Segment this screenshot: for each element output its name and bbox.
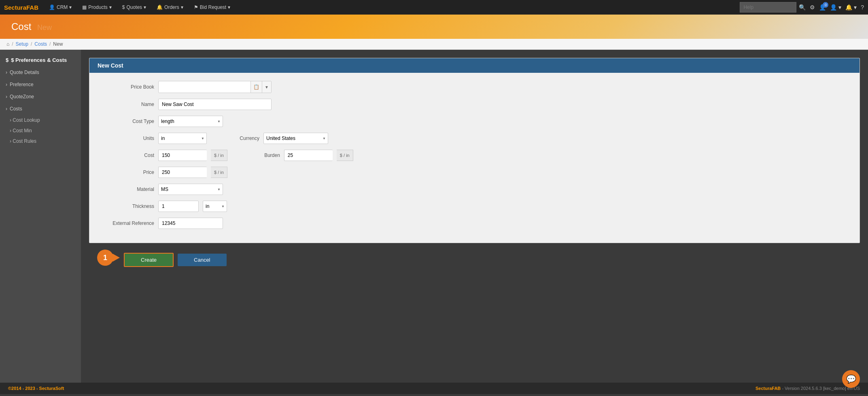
- breadcrumb-setup[interactable]: Setup: [16, 41, 28, 47]
- sidebar-item-preference[interactable]: › Preference: [0, 78, 81, 91]
- price-book-label: Price Book: [102, 84, 154, 90]
- nav-bid-request[interactable]: ⚑ Bid Request ▾: [190, 0, 234, 15]
- chevron-right-icon: ›: [6, 70, 7, 75]
- name-input[interactable]: [158, 99, 272, 110]
- header-banner: Cost New: [0, 15, 868, 39]
- nav-products[interactable]: ▦ Products ▾: [78, 0, 115, 15]
- sidebar-item-quotezone[interactable]: › QuoteZone: [0, 91, 81, 103]
- cost-type-select-wrap: length area weight flat: [158, 116, 223, 127]
- calendar-icon: 📋: [250, 81, 262, 93]
- user-menu-icon[interactable]: 👤 ▾: [830, 4, 841, 11]
- chevron-down-icon: ▾: [181, 4, 183, 10]
- footer-version: SecturaFAB - Version 2024.5.6.3 [kec_dem…: [756, 386, 860, 391]
- sidebar-item-cost-rules[interactable]: › Cost Rules: [0, 136, 81, 146]
- chevron-down-icon: ▾: [109, 4, 112, 10]
- breadcrumb: ⌂ / Setup / Costs / New: [0, 39, 868, 50]
- annotation-number: 1: [97, 250, 113, 266]
- chevron-right-icon: ›: [10, 138, 11, 144]
- form-card-body: Price Book 📋 ▼ Name Cost Type: [89, 73, 860, 243]
- chevron-right-icon: ›: [6, 106, 7, 112]
- chat-icon[interactable]: 💬: [842, 370, 860, 388]
- cost-type-label: Cost Type: [102, 119, 154, 124]
- search-icon[interactable]: 🔍: [799, 4, 806, 11]
- price-row: Price $ / in: [102, 167, 847, 178]
- currency-group: Currency United States Canada Mexico: [227, 133, 328, 144]
- dollar-sign-icon: $: [6, 57, 8, 63]
- external-reference-row: External Reference: [102, 218, 847, 229]
- name-label: Name: [102, 102, 154, 107]
- cost-type-select[interactable]: length area weight flat: [158, 116, 223, 127]
- external-reference-input[interactable]: [158, 218, 223, 229]
- units-currency-row: Units in ft mm cm Currency Un: [102, 133, 847, 144]
- price-book-row: Price Book 📋 ▼: [102, 81, 847, 93]
- content-area: New Cost Price Book 📋 ▼ Name: [81, 50, 868, 383]
- chevron-down-icon: ▾: [144, 4, 146, 10]
- chevron-right-icon: ›: [10, 117, 11, 123]
- cost-unit-label: $ / in: [211, 150, 227, 161]
- form-card: New Cost Price Book 📋 ▼ Name: [89, 58, 860, 243]
- flag-icon: ⚑: [194, 4, 198, 10]
- burden-label: Burden: [248, 152, 280, 158]
- sidebar-item-quote-details[interactable]: › Quote Details: [0, 66, 81, 78]
- burden-unit-label: $ / in: [337, 150, 353, 161]
- cost-type-row: Cost Type length area weight flat: [102, 116, 847, 127]
- name-row: Name: [102, 99, 847, 110]
- currency-select[interactable]: United States Canada Mexico: [263, 133, 328, 144]
- annotation-1: 1: [97, 250, 120, 266]
- button-row: 1 Create Cancel: [89, 250, 860, 270]
- top-nav: SecturaFAB 👤 CRM ▾ ▦ Products ▾ $ Quotes…: [0, 0, 868, 15]
- material-select[interactable]: MS SS AL Other: [158, 184, 223, 195]
- price-unit-label: $ / in: [211, 167, 227, 178]
- brand-logo: SecturaFAB: [4, 4, 38, 11]
- price-book-dropdown-arrow[interactable]: ▼: [262, 81, 271, 93]
- thickness-unit-select[interactable]: in mm: [203, 201, 227, 212]
- sidebar-item-cost-lookup[interactable]: › Cost Lookup: [0, 115, 81, 125]
- bell-icon: 🔔: [157, 4, 163, 10]
- notification-badge: 0: [823, 2, 828, 8]
- chevron-down-icon: ▾: [228, 4, 230, 10]
- home-icon[interactable]: ⌂: [6, 41, 9, 47]
- page-title: Cost New: [8, 21, 52, 32]
- units-select-wrap: in ft mm cm: [158, 133, 207, 144]
- nav-orders[interactable]: 🔔 Orders ▾: [153, 0, 187, 15]
- user-notifications-icon[interactable]: 👤 0: [819, 4, 826, 11]
- units-select[interactable]: in ft mm cm: [158, 133, 207, 144]
- bell-alert-icon[interactable]: 🔔 ▾: [845, 4, 857, 11]
- material-row: Material MS SS AL Other: [102, 184, 847, 195]
- sidebar-item-cost-min[interactable]: › Cost Min: [0, 125, 81, 136]
- thickness-label: Thickness: [102, 203, 154, 209]
- breadcrumb-costs[interactable]: Costs: [34, 41, 47, 47]
- price-book-text-input[interactable]: [159, 81, 250, 93]
- gear-icon[interactable]: ⚙: [810, 4, 815, 11]
- material-label: Material: [102, 186, 154, 192]
- footer: ©2014 - 2023 - SecturaSoft SecturaFAB - …: [0, 383, 868, 394]
- form-card-header: New Cost: [89, 58, 860, 73]
- chevron-right-icon: ›: [6, 82, 7, 87]
- nav-quotes[interactable]: $ Quotes ▾: [118, 0, 150, 15]
- help-search-input[interactable]: [740, 2, 796, 13]
- cost-input[interactable]: [158, 150, 207, 161]
- sidebar-item-costs[interactable]: › Costs: [0, 103, 81, 115]
- footer-copyright: ©2014 - 2023 - SecturaSoft: [8, 386, 64, 391]
- cost-label: Cost: [102, 152, 154, 158]
- burden-input[interactable]: [284, 150, 333, 161]
- annotation-arrow: [112, 254, 120, 262]
- chevron-right-icon: ›: [10, 128, 11, 133]
- grid-icon: ▦: [82, 4, 87, 10]
- external-reference-label: External Reference: [102, 220, 154, 226]
- nav-crm[interactable]: 👤 CRM ▾: [45, 0, 76, 15]
- cost-burden-row: Cost $ / in Burden $ / in: [102, 150, 847, 161]
- breadcrumb-new: New: [53, 41, 63, 47]
- main-layout: $ $ Preferences & Costs › Quote Details …: [0, 50, 868, 383]
- chevron-down-icon: ▾: [69, 4, 72, 10]
- chevron-right-icon: ›: [6, 94, 7, 100]
- help-question-icon[interactable]: ?: [861, 4, 864, 11]
- thickness-input[interactable]: [158, 201, 199, 212]
- thickness-unit-select-wrap: in mm: [203, 201, 227, 212]
- create-button[interactable]: Create: [124, 253, 174, 267]
- thickness-row: Thickness in mm: [102, 201, 847, 212]
- cancel-button[interactable]: Cancel: [178, 254, 226, 266]
- price-input[interactable]: [158, 167, 207, 178]
- price-book-field[interactable]: 📋 ▼: [158, 81, 272, 93]
- material-select-wrap: MS SS AL Other: [158, 184, 223, 195]
